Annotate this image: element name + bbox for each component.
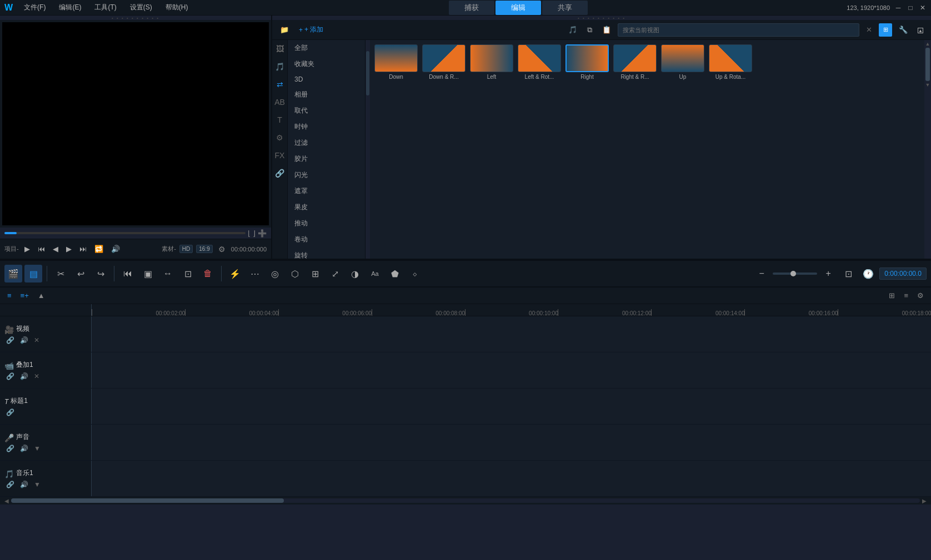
sidebar-icon-text[interactable]: AB xyxy=(273,95,287,109)
panel-scrollbar[interactable]: ▲ ▼ xyxy=(924,40,931,259)
frame-fwd-button[interactable]: ▶ xyxy=(64,244,74,254)
menu-tools[interactable]: 工具(T) xyxy=(92,2,118,13)
track-video-link-btn[interactable]: 🔗 xyxy=(4,336,16,345)
timeline-grid-view-btn[interactable]: ⊞ xyxy=(886,290,898,301)
category-all[interactable]: 全部 xyxy=(288,40,365,56)
track-content-overlay1[interactable] xyxy=(92,352,931,388)
scroll-right-btn[interactable]: ▶ xyxy=(920,498,929,504)
toolbar-start-btn[interactable]: ⏮ xyxy=(119,265,137,282)
clock-btn[interactable]: 🕐 xyxy=(859,265,877,282)
panel-folder-icon[interactable]: 📁 xyxy=(277,24,292,35)
category-scroll[interactable]: 卷动 xyxy=(288,231,365,248)
toolbar-mask-btn[interactable]: ⬟ xyxy=(386,265,404,282)
toolbar-transition-btn[interactable]: ⤢ xyxy=(326,265,344,282)
track-music1-expand-btn[interactable]: ▼ xyxy=(32,480,42,489)
toolbar-delete-btn[interactable]: 🗑 xyxy=(199,265,217,282)
toolbar-split-btn[interactable]: ⚡ xyxy=(226,265,244,282)
transition-item-right[interactable]: Right xyxy=(565,44,609,80)
transition-item-leftrot[interactable]: Left & Rot... xyxy=(518,44,561,80)
track-content-video[interactable] xyxy=(92,316,931,352)
menu-edit[interactable]: 编辑(E) xyxy=(57,2,83,13)
volume-button[interactable]: 🔊 xyxy=(109,244,122,254)
out-point-btn[interactable]: ⌋ xyxy=(253,229,256,238)
transition-item-downr[interactable]: Down & R... xyxy=(422,44,466,80)
panel-zoom-icon[interactable]: ▲ xyxy=(914,24,927,35)
scroll-left-btn[interactable]: ◀ xyxy=(2,498,11,504)
toolbar-mix-btn[interactable]: ◎ xyxy=(266,265,284,282)
category-peeling[interactable]: 果皮 xyxy=(288,199,365,215)
frame-back-button[interactable]: ◀ xyxy=(51,244,61,254)
category-film[interactable]: 胶片 xyxy=(288,151,365,167)
transition-item-rightr[interactable]: Right & R... xyxy=(613,44,657,80)
track-content-title1[interactable] xyxy=(92,389,931,424)
skip-back-button[interactable]: ⏮ xyxy=(36,244,47,254)
toolbar-multi-btn[interactable]: ⋯ xyxy=(246,265,264,282)
sidebar-icon-transition[interactable]: ⇄ xyxy=(273,78,287,91)
category-rotate[interactable]: 旋转 xyxy=(288,248,365,259)
category-clock[interactable]: 时钟 xyxy=(288,119,365,135)
zoom-out-btn[interactable]: − xyxy=(753,265,770,282)
loop-button[interactable]: 🔁 xyxy=(92,244,106,254)
transition-item-left[interactable]: Left xyxy=(470,44,513,80)
track-video-volume-btn[interactable]: 🔊 xyxy=(18,336,30,345)
transition-item-down[interactable]: Down xyxy=(374,44,418,80)
minimize-button[interactable]: ─ xyxy=(894,4,902,12)
tab-capture[interactable]: 捕获 xyxy=(449,1,494,15)
timeline-settings-btn[interactable]: ⚙ xyxy=(914,290,927,301)
sidebar-icon-fx[interactable]: FX xyxy=(273,149,287,162)
timeline-list-view-btn[interactable]: ≡ xyxy=(901,290,911,301)
track-music1-link-btn[interactable]: 🔗 xyxy=(4,480,16,489)
category-album[interactable]: 相册 xyxy=(288,87,365,103)
toolbar-track-btn[interactable]: ▤ xyxy=(24,265,42,282)
panel-paste-icon[interactable]: 📋 xyxy=(599,24,614,35)
fit-timeline-btn[interactable]: ⊡ xyxy=(839,265,857,282)
track-overlay1-volume-btn[interactable]: 🔊 xyxy=(18,372,30,381)
preview-progress-bar[interactable] xyxy=(4,232,246,234)
toolbar-export-btn[interactable]: ⬡ xyxy=(286,265,304,282)
add-to-timeline-btn[interactable]: ➕ xyxy=(258,229,267,238)
add-button[interactable]: + + 添加 xyxy=(296,24,327,36)
grid-view-button[interactable]: ⊞ xyxy=(879,23,892,37)
track-video-remove-btn[interactable]: ✕ xyxy=(32,336,41,345)
toolbar-color-btn[interactable]: ◑ xyxy=(346,265,364,282)
category-flash[interactable]: 闪光 xyxy=(288,167,365,183)
sidebar-icon-motion[interactable]: 🔗 xyxy=(273,167,287,180)
toolbar-frame-btn[interactable]: ▣ xyxy=(139,265,157,282)
transition-item-upr[interactable]: Up & Rota... xyxy=(709,44,752,80)
close-button[interactable]: ✕ xyxy=(919,4,927,12)
category-scrollbar[interactable] xyxy=(366,40,370,259)
zoom-in-btn[interactable]: + xyxy=(819,265,837,282)
in-point-btn[interactable]: ⌊ xyxy=(248,229,251,238)
sidebar-icon-effects[interactable]: ⚙ xyxy=(273,131,287,144)
toolbar-crop-btn[interactable]: ⊡ xyxy=(179,265,197,282)
menu-help[interactable]: 帮助(H) xyxy=(163,2,191,13)
toolbar-subtitle-btn[interactable]: Aa xyxy=(366,265,384,282)
h-scroll-track[interactable] xyxy=(11,498,920,503)
track-music1-volume-btn[interactable]: 🔊 xyxy=(18,480,30,489)
sidebar-icon-title[interactable]: T xyxy=(273,113,287,127)
track-audio-expand-btn[interactable]: ▼ xyxy=(32,444,42,453)
clear-search-button[interactable]: ✕ xyxy=(863,24,875,35)
settings-icon[interactable]: ⚙ xyxy=(218,245,226,254)
category-push[interactable]: 推动 xyxy=(288,215,365,231)
toolbar-stretch-btn[interactable]: ↔ xyxy=(159,265,177,282)
sidebar-icon-media[interactable]: 🖼 xyxy=(273,42,287,56)
toolbar-speed-btn[interactable]: ⊞ xyxy=(306,265,324,282)
track-overlay1-link-btn[interactable]: 🔗 xyxy=(4,372,16,381)
category-favorites[interactable]: 收藏夹 xyxy=(288,56,365,72)
panel-copy-icon[interactable]: ⧉ xyxy=(584,24,595,36)
category-mask[interactable]: 遮罩 xyxy=(288,183,365,199)
timeline-collapse-btn[interactable]: ▲ xyxy=(35,290,48,301)
skip-fwd-button[interactable]: ⏭ xyxy=(77,244,89,254)
track-title1-link-btn[interactable]: 🔗 xyxy=(4,408,16,417)
menu-file[interactable]: 文件(F) xyxy=(22,2,48,13)
timeline-tracks-list-btn[interactable]: ≡ xyxy=(4,290,14,301)
toolbar-undo-btn[interactable]: ↩ xyxy=(72,265,89,282)
search-input[interactable] xyxy=(618,23,859,37)
toolbar-keyframe-btn[interactable]: ⬦ xyxy=(406,265,424,282)
category-filter[interactable]: 过滤 xyxy=(288,135,365,151)
toolbar-scene-btn[interactable]: 🎬 xyxy=(4,265,22,282)
maximize-button[interactable]: □ xyxy=(907,4,914,12)
timeline-add-track-btn[interactable]: ≡+ xyxy=(18,290,32,301)
category-3d[interactable]: 3D xyxy=(288,72,365,87)
